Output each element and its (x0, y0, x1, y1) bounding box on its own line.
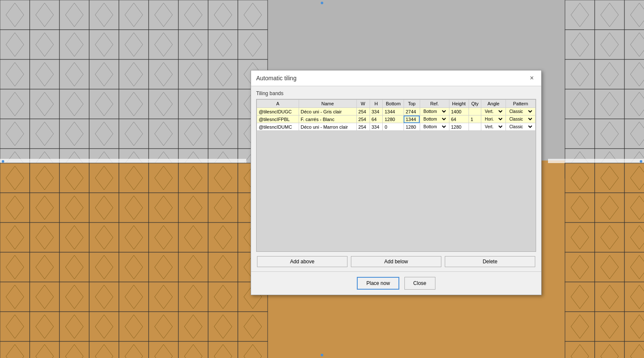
cell-name: Déco uni - Gris clair (299, 108, 356, 116)
cell-a: @tilesncIDUMC (257, 123, 299, 131)
dialog-titlebar: Automatic tiling × (251, 70, 541, 86)
cell-bottom: 0 (383, 123, 404, 131)
col-name: Name (299, 100, 356, 108)
cell-h: 334 (370, 108, 383, 116)
cell-pattern-select[interactable]: Classic (508, 124, 534, 130)
section-label: Tiling bands (256, 90, 536, 96)
cell-top: 1344 (404, 116, 420, 123)
table-row[interactable]: @tilesncIDUGCDéco uni - Gris clair254334… (257, 108, 536, 116)
cell-ref-select[interactable]: Bottom (422, 124, 447, 130)
place-now-button[interactable]: Place now (357, 277, 399, 290)
cell-angle[interactable]: Hori. (481, 116, 506, 123)
table-body: @tilesncIDUGCDéco uni - Gris clair254334… (257, 108, 536, 131)
cell-ref-select[interactable]: Bottom (422, 109, 447, 114)
col-a: A (257, 100, 299, 108)
cell-qty (469, 108, 481, 116)
cell-pattern-select[interactable]: Classic (508, 109, 534, 114)
table-row[interactable]: @tilesncIDUMCDéco uni - Marron clair2543… (257, 123, 536, 131)
cell-pattern[interactable]: Classic (506, 116, 535, 123)
cell-ref[interactable]: Bottom (420, 123, 449, 131)
table-row[interactable]: @tilesncIFPBLF. carrés - Blanc2546412801… (257, 116, 536, 123)
cell-qty (469, 123, 481, 131)
col-qty: Qty (469, 100, 481, 108)
dialog-title: Automatic tiling (256, 75, 297, 82)
col-height: Height (449, 100, 469, 108)
cell-w: 254 (356, 108, 370, 116)
cell-name: Déco uni - Marron clair (299, 123, 356, 131)
cell-angle-select[interactable]: Vert. (483, 124, 504, 130)
cell-a: @tilesncIFPBL (257, 116, 299, 123)
cell-angle[interactable]: Vert. (481, 108, 506, 116)
cell-bottom: 1280 (383, 116, 404, 123)
action-buttons: Add above Add below Delete (256, 256, 536, 267)
cell-ref-select[interactable]: Bottom (422, 116, 447, 122)
cell-pattern-select[interactable]: Classic (508, 116, 534, 122)
bands-table: A Name W H Bottom Top Ref. Height Qty An… (257, 99, 536, 131)
col-bottom: Bottom (383, 100, 404, 108)
dialog-body: Tiling bands A Name W H Bottom Top Ref. (251, 86, 541, 271)
bands-table-container: A Name W H Bottom Top Ref. Height Qty An… (256, 99, 536, 252)
cell-pattern[interactable]: Classic (506, 123, 535, 131)
cell-bottom: 1344 (383, 108, 404, 116)
add-above-button[interactable]: Add above (257, 256, 347, 267)
cell-h: 64 (370, 116, 383, 123)
cell-angle-select[interactable]: Hori. (483, 116, 504, 122)
cell-w: 254 (356, 116, 370, 123)
col-angle: Angle (481, 100, 506, 108)
cell-h: 334 (370, 123, 383, 131)
col-h: H (370, 100, 383, 108)
cell-height: 1400 (449, 108, 469, 116)
cell-w: 254 (356, 123, 370, 131)
cell-a: @tilesncIDUGC (257, 108, 299, 116)
cell-name: F. carrés - Blanc (299, 116, 356, 123)
close-button[interactable]: Close (404, 277, 435, 290)
cell-top: 1280 (404, 123, 420, 131)
cell-pattern[interactable]: Classic (506, 108, 535, 116)
table-header-row: A Name W H Bottom Top Ref. Height Qty An… (257, 100, 536, 108)
col-top: Top (404, 100, 420, 108)
cell-height: 64 (449, 116, 469, 123)
close-icon[interactable]: × (528, 74, 536, 82)
col-w: W (356, 100, 370, 108)
cell-top: 2744 (404, 108, 420, 116)
dialog-footer: Place now Close (251, 271, 541, 295)
cell-angle-select[interactable]: Vert. (483, 109, 504, 114)
delete-button[interactable]: Delete (445, 256, 535, 267)
cell-qty: 1 (469, 116, 481, 123)
col-pattern: Pattern (506, 100, 535, 108)
automatic-tiling-dialog: Automatic tiling × Tiling bands A Name W… (251, 70, 542, 295)
cell-ref[interactable]: Bottom (420, 116, 449, 123)
cell-ref[interactable]: Bottom (420, 108, 449, 116)
col-ref: Ref. (420, 100, 449, 108)
cell-angle[interactable]: Vert. (481, 123, 506, 131)
cell-height: 1280 (449, 123, 469, 131)
add-below-button[interactable]: Add below (351, 256, 441, 267)
